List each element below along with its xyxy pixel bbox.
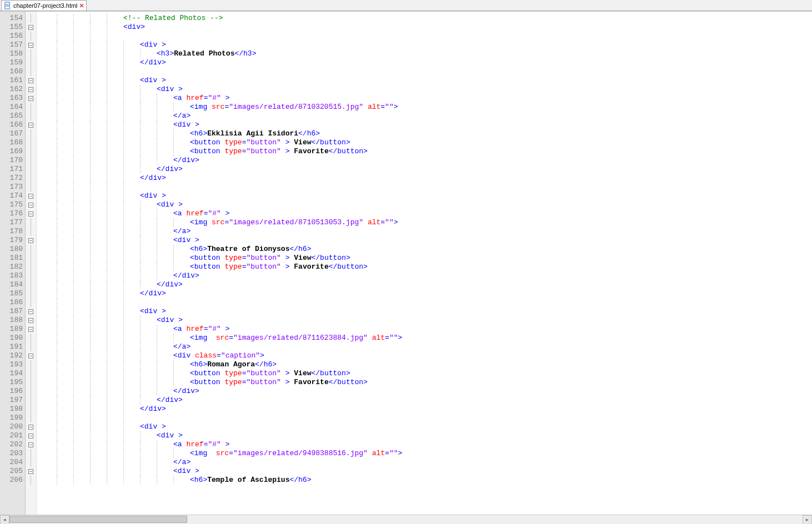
code-line[interactable]: <h6>Ekklisia Agii Isidori</h6> [40, 129, 812, 138]
code-line[interactable]: <div > [40, 316, 812, 325]
line-number: 189 [0, 325, 23, 334]
tab-strip: chapter07-project3.html [0, 0, 812, 11]
fold-toggle-icon[interactable] [26, 23, 36, 32]
code-line[interactable]: </a> [40, 458, 812, 467]
code-line[interactable]: <img src="images/related/8710320515.jpg"… [40, 103, 812, 112]
code-line[interactable]: <h3>Related Photos</h3> [40, 49, 812, 58]
code-line[interactable]: <div class="caption"> [40, 351, 812, 360]
code-line[interactable]: <img src="images/related/9498388516.jpg"… [40, 449, 812, 458]
code-line[interactable]: <div > [40, 236, 812, 245]
code-line[interactable]: </div> [40, 58, 812, 67]
horizontal-scrollbar[interactable]: ◂ ▸ [0, 515, 812, 524]
code-line[interactable] [40, 298, 812, 307]
code-line[interactable]: </div> [40, 396, 812, 405]
fold-guide [26, 103, 36, 112]
fold-toggle-icon[interactable] [26, 41, 36, 49]
code-line[interactable]: <div > [40, 467, 812, 476]
code-line[interactable]: <button type="button" > View</button> [40, 369, 812, 378]
fold-toggle-icon[interactable] [26, 307, 36, 316]
code-line[interactable]: </a> [40, 112, 812, 120]
scroll-left-icon[interactable]: ◂ [0, 515, 9, 525]
fold-guide [26, 449, 36, 458]
code-line[interactable] [40, 32, 812, 41]
code-line[interactable]: </div> [40, 280, 812, 289]
file-tab[interactable]: chapter07-project3.html [1, 0, 87, 11]
code-line[interactable] [40, 67, 812, 76]
code-line[interactable]: </div> [40, 174, 812, 183]
code-line[interactable]: <div > [40, 192, 812, 200]
code-line[interactable]: </div> [40, 271, 812, 280]
code-line[interactable]: <!-- Related Photos --> [40, 14, 812, 23]
fold-toggle-icon[interactable] [26, 316, 36, 325]
fold-guide [26, 396, 36, 405]
code-line[interactable]: <div > [40, 120, 812, 129]
code-line[interactable]: <button type="button" > Favorite</button… [40, 147, 812, 156]
line-number: 185 [0, 289, 23, 298]
scroll-right-icon[interactable]: ▸ [803, 515, 812, 525]
fold-toggle-icon[interactable] [26, 209, 36, 218]
code-line[interactable]: <a href="#" > [40, 440, 812, 449]
code-line[interactable]: </div> [40, 156, 812, 165]
close-icon[interactable] [79, 3, 84, 8]
code-line[interactable]: <button type="button" > View</button> [40, 138, 812, 147]
fold-toggle-icon[interactable] [26, 351, 36, 360]
code-line[interactable]: <img src="images/related/8711623884.jpg"… [40, 334, 812, 342]
code-editor[interactable]: 1541551561571581591601611621631641651661… [0, 11, 812, 515]
fold-toggle-icon[interactable] [26, 76, 36, 85]
code-line[interactable]: <div > [40, 307, 812, 316]
fold-guide [26, 49, 36, 58]
code-line[interactable]: <h6>Roman Agora</h6> [40, 360, 812, 369]
fold-toggle-icon[interactable] [26, 325, 36, 334]
code-line[interactable] [40, 414, 812, 422]
code-line[interactable]: <button type="button" > Favorite</button… [40, 263, 812, 271]
line-number: 193 [0, 360, 23, 369]
fold-guide [26, 369, 36, 378]
code-line[interactable]: <div > [40, 41, 812, 49]
line-number: 173 [0, 183, 23, 192]
code-line[interactable] [40, 183, 812, 192]
line-number-gutter: 1541551561571581591601611621631641651661… [0, 12, 26, 515]
fold-toggle-icon[interactable] [26, 236, 36, 245]
code-line[interactable]: </div> [40, 387, 812, 396]
code-line[interactable]: <a href="#" > [40, 325, 812, 334]
fold-toggle-icon[interactable] [26, 200, 36, 209]
line-number: 196 [0, 387, 23, 396]
fold-toggle-icon[interactable] [26, 85, 36, 94]
line-number: 197 [0, 396, 23, 405]
fold-guide [26, 378, 36, 387]
fold-gutter[interactable] [26, 12, 37, 515]
code-line[interactable]: <div > [40, 422, 812, 431]
fold-guide [26, 387, 36, 396]
code-line[interactable]: <a href="#" > [40, 209, 812, 218]
fold-toggle-icon[interactable] [26, 431, 36, 440]
code-line[interactable]: <div> [40, 23, 812, 32]
code-line[interactable]: <h6>Theatre of Dionysos</h6> [40, 245, 812, 254]
code-line[interactable]: <h6>Temple of Asclepius</h6> [40, 476, 812, 485]
code-line[interactable]: </div> [40, 165, 812, 174]
code-line[interactable]: <img src="images/related/8710513053.jpg"… [40, 218, 812, 227]
line-number: 170 [0, 156, 23, 165]
code-line[interactable]: <button type="button" > Favorite</button… [40, 378, 812, 387]
code-line[interactable]: </div> [40, 289, 812, 298]
fold-toggle-icon[interactable] [26, 94, 36, 103]
code-line[interactable]: <div > [40, 431, 812, 440]
code-line[interactable]: <div > [40, 76, 812, 85]
fold-guide [26, 476, 36, 485]
scroll-thumb[interactable] [9, 516, 187, 523]
code-line[interactable]: <div > [40, 200, 812, 209]
code-line[interactable]: <a href="#" > [40, 94, 812, 103]
code-line[interactable]: <div > [40, 85, 812, 94]
scroll-track[interactable] [9, 515, 803, 525]
line-number: 187 [0, 307, 23, 316]
code-line[interactable]: </a> [40, 227, 812, 236]
code-line[interactable]: </div> [40, 405, 812, 414]
fold-guide [26, 32, 36, 41]
code-line[interactable]: </a> [40, 342, 812, 351]
fold-toggle-icon[interactable] [26, 422, 36, 431]
code-area[interactable]: <!-- Related Photos --><div><div ><h3>Re… [37, 12, 812, 515]
fold-toggle-icon[interactable] [26, 120, 36, 129]
code-line[interactable]: <button type="button" > View</button> [40, 254, 812, 263]
fold-toggle-icon[interactable] [26, 440, 36, 449]
fold-toggle-icon[interactable] [26, 467, 36, 476]
fold-toggle-icon[interactable] [26, 192, 36, 200]
